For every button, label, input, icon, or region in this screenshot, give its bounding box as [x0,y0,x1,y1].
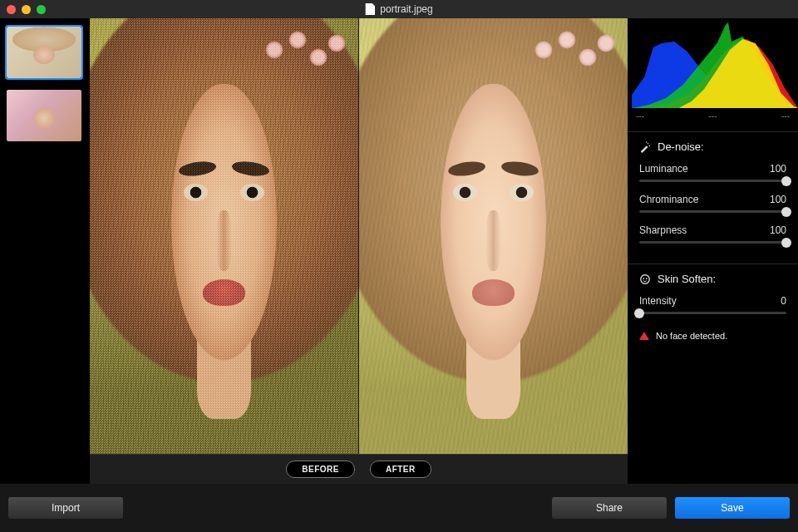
after-pane[interactable] [359,18,628,454]
save-button[interactable]: Save [675,497,790,519]
face-warning: No face detected. [628,329,798,342]
close-icon[interactable] [7,5,16,14]
warning-icon [639,332,649,340]
filename: portrait.jpeg [380,3,432,15]
denoise-section: De-noise: Luminance 100 Chrominance 100 … [628,131,798,259]
after-button[interactable]: AFTER [370,461,431,478]
intensity-value: 0 [781,295,786,307]
minimize-icon[interactable] [22,5,31,14]
intensity-slider[interactable]: Intensity 0 [639,295,786,314]
chrominance-value: 100 [770,194,786,205]
thumbnail-2[interactable] [7,90,81,141]
skin-title: Skin Soften: [658,273,716,285]
sharpness-value: 100 [770,224,786,236]
wand-icon [639,141,651,153]
compare-canvas [90,18,628,454]
histogram-graph [628,18,798,110]
window-title: portrait.jpeg [365,3,432,15]
histogram-labels: --- --- --- [628,110,798,122]
svg-point-1 [643,278,644,279]
before-pane[interactable] [90,18,359,454]
thumbnail-sidebar [0,18,90,484]
svg-point-2 [646,278,648,279]
svg-point-0 [641,274,650,283]
chrominance-slider[interactable]: Chrominance 100 [639,194,786,213]
luminance-value: 100 [770,163,786,175]
face-icon [639,273,651,285]
sharpness-label: Sharpness [639,224,687,236]
main-area: BEFORE AFTER [90,18,628,484]
titlebar: portrait.jpeg [0,0,798,18]
chrominance-label: Chrominance [639,194,698,205]
denoise-title: De-noise: [658,140,704,153]
import-button[interactable]: Import [8,497,123,519]
hist-label-mids: --- [709,111,717,121]
thumbnail-1[interactable] [7,27,81,78]
toggle-row: BEFORE AFTER [90,454,628,484]
hist-label-shadows: --- [636,111,644,121]
before-button[interactable]: BEFORE [286,461,355,478]
maximize-icon[interactable] [37,5,46,14]
share-button[interactable]: Share [552,497,667,519]
hist-label-highs: --- [781,111,790,121]
controls-panel: --- --- --- De-noise: Luminance 100 Chro… [628,18,798,484]
bottom-bar: Import Share Save [0,484,798,532]
file-icon [365,3,375,15]
intensity-label: Intensity [639,295,677,307]
skin-section: Skin Soften: Intensity 0 [628,264,798,329]
sharpness-slider[interactable]: Sharpness 100 [639,224,786,244]
histogram: --- --- --- [628,18,798,126]
warning-text: No face detected. [656,331,727,341]
window-controls [7,5,46,14]
luminance-slider[interactable]: Luminance 100 [639,163,786,182]
luminance-label: Luminance [639,163,688,175]
